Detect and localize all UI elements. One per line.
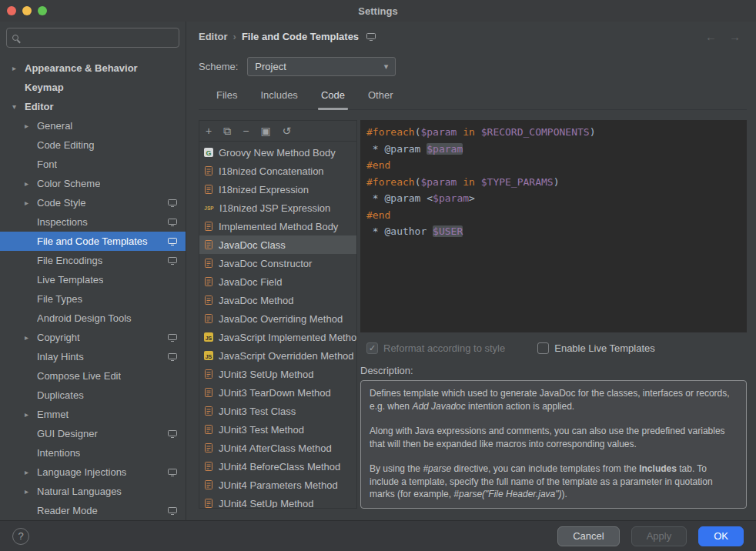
code-line: #end	[366, 157, 741, 174]
breadcrumb-editor[interactable]: Editor	[199, 31, 228, 42]
template-item-i18nized-jsp-expression[interactable]: JSPI18nized JSP Expression	[199, 199, 356, 217]
minimize-button[interactable]	[22, 6, 32, 15]
checkbox-live-templates[interactable]	[537, 342, 549, 354]
sidebar-item-natural-languages[interactable]: ▸Natural Languages	[0, 482, 186, 501]
sidebar-item-color-scheme[interactable]: ▸Color Scheme	[0, 174, 186, 193]
sidebar-item-language-injections[interactable]: ▸Language Injections	[0, 463, 186, 482]
chevron-right-icon[interactable]: ▸	[25, 333, 37, 342]
sidebar-item-compose-live-edit[interactable]: Compose Live Edit	[0, 366, 186, 386]
duplicate-icon[interactable]: ▣	[260, 125, 270, 136]
sidebar-item-file-types[interactable]: File Types	[0, 289, 186, 309]
template-item-junit4-afterclass-method[interactable]: JUnit4 AfterClass Method	[199, 439, 356, 457]
tab-files[interactable]: Files	[205, 89, 249, 109]
sidebar-item-emmet[interactable]: ▸Emmet	[0, 405, 186, 424]
ok-button[interactable]: OK	[698, 526, 744, 546]
template-item-javascript-overridden-method[interactable]: JSJavaScript Overridden Method	[199, 346, 356, 365]
chevron-right-icon[interactable]: ▸	[25, 410, 37, 419]
sidebar-item-android-design-tools[interactable]: Android Design Tools	[0, 309, 186, 328]
sidebar-item-file-encodings[interactable]: File Encodings	[0, 251, 186, 270]
template-item-label: I18nized JSP Expression	[219, 202, 330, 214]
sidebar-item-file-and-code-templates[interactable]: File and Code Templates	[0, 232, 186, 251]
template-editor[interactable]: #foreach($param in $RECORD_COMPONENTS) *…	[360, 120, 747, 332]
forward-arrow-icon[interactable]: →	[729, 30, 741, 43]
svg-text:JSP: JSP	[204, 205, 214, 211]
apply-button[interactable]: Apply	[631, 526, 687, 546]
tab-code[interactable]: Code	[309, 89, 356, 109]
sidebar-item-copyright[interactable]: ▸Copyright	[0, 328, 186, 347]
sidebar-item-keymap[interactable]: Keymap	[0, 78, 186, 97]
tab-includes[interactable]: Includes	[249, 89, 309, 109]
template-item-junit4-parameters-method[interactable]: JUnit4 Parameters Method	[199, 476, 356, 494]
template-item-label: JavaDoc Class	[219, 239, 286, 251]
template-item-junit4-beforeclass-method[interactable]: JUnit4 BeforeClass Method	[199, 457, 356, 476]
sidebar-item-inspections[interactable]: Inspections	[0, 212, 186, 232]
template-item-javadoc-field[interactable]: JavaDoc Field	[199, 272, 356, 291]
sidebar-item-gui-designer[interactable]: GUI Designer	[0, 424, 186, 443]
sidebar-item-duplicates[interactable]: Duplicates	[0, 386, 186, 405]
template-item-junit3-test-class[interactable]: JUnit3 Test Class	[199, 402, 356, 420]
screen-icon	[167, 429, 178, 439]
template-item-label: JavaDoc Field	[219, 276, 282, 288]
description-paragraph: By using the #parse directive, you can i…	[370, 463, 738, 501]
checkbox-reformat[interactable]: ✓	[366, 342, 378, 354]
file-template-icon	[203, 276, 214, 287]
back-arrow-icon[interactable]: ←	[705, 30, 717, 43]
copy-icon[interactable]: ⧉	[223, 125, 231, 136]
scheme-dropdown[interactable]: Project ▾	[247, 57, 396, 76]
sidebar-item-inlay-hints[interactable]: Inlay Hints	[0, 347, 186, 366]
remove-icon[interactable]: −	[243, 125, 249, 136]
tab-other[interactable]: Other	[356, 89, 405, 109]
scheme-value: Project	[255, 61, 286, 72]
reset-icon[interactable]: ↺	[283, 125, 292, 136]
chevron-right-icon[interactable]: ▸	[25, 468, 37, 476]
scheme-row: Scheme: Project ▾	[199, 51, 747, 82]
zoom-button[interactable]	[38, 6, 47, 15]
template-item-i18nized-concatenation[interactable]: I18nized Concatenation	[199, 162, 356, 180]
sidebar-item-label: Code Style	[37, 197, 86, 209]
breadcrumb-separator-icon: ›	[233, 31, 236, 42]
template-item-junit3-test-method[interactable]: JUnit3 Test Method	[199, 420, 356, 439]
template-item-i18nized-expression[interactable]: I18nized Expression	[199, 180, 356, 199]
template-item-label: Groovy New Method Body	[219, 147, 336, 159]
template-item-javadoc-class[interactable]: JavaDoc Class	[199, 235, 356, 254]
sidebar-item-live-templates[interactable]: Live Templates	[0, 270, 186, 289]
template-item-implemented-method-body[interactable]: Implemented Method Body	[199, 217, 356, 235]
template-item-junit3-teardown-method[interactable]: JUnit3 TearDown Method	[199, 383, 356, 402]
chevron-down-icon[interactable]: ▾	[12, 102, 25, 111]
sidebar-item-editor[interactable]: ▾Editor	[0, 97, 186, 116]
settings-window: Settings ▸Appearance & BehaviorKeymap▾Ed…	[0, 0, 756, 551]
template-item-groovy-new-method-body[interactable]: GGroovy New Method Body	[199, 143, 356, 162]
file-template-icon	[203, 369, 214, 379]
sidebar-item-general[interactable]: ▸General	[0, 116, 186, 135]
help-button[interactable]: ?	[12, 528, 29, 545]
sidebar-item-code-editing[interactable]: Code Editing	[0, 135, 186, 155]
sidebar-item-code-style[interactable]: ▸Code Style	[0, 193, 186, 212]
search-input[interactable]	[24, 32, 173, 44]
template-item-junit4-setup-method[interactable]: JUnit4 SetUp Method	[199, 494, 356, 508]
search-box[interactable]	[6, 28, 179, 48]
chevron-right-icon[interactable]: ▸	[25, 487, 37, 496]
sidebar-item-label: Android Design Tools	[37, 312, 132, 324]
file-template-icon	[203, 442, 214, 453]
jsp-icon: JSP	[203, 202, 215, 213]
code-line: #foreach($param in $RECORD_COMPONENTS)	[366, 124, 741, 141]
sidebar-item-appearance-behavior[interactable]: ▸Appearance & Behavior	[0, 58, 186, 78]
template-item-javadoc-constructor[interactable]: JavaDoc Constructor	[199, 254, 356, 272]
code-line: #foreach($param in $TYPE_PARAMS)	[366, 174, 741, 191]
sidebar-item-intentions[interactable]: Intentions	[0, 443, 186, 463]
sidebar-item-label: Inlay Hints	[37, 351, 84, 362]
chevron-right-icon[interactable]: ▸	[25, 179, 37, 188]
sidebar-item-font[interactable]: Font	[0, 155, 186, 174]
sidebar-item-reader-mode[interactable]: Reader Mode	[0, 501, 186, 520]
chevron-right-icon[interactable]: ▸	[25, 122, 37, 130]
close-button[interactable]	[7, 6, 16, 15]
add-icon[interactable]: +	[206, 125, 212, 136]
chevron-right-icon[interactable]: ▸	[25, 199, 37, 207]
template-item-javadoc-overriding-method[interactable]: JavaDoc Overriding Method	[199, 309, 356, 328]
template-item-junit3-setup-method[interactable]: JUnit3 SetUp Method	[199, 365, 356, 383]
template-item-javascript-implemented-method[interactable]: JSJavaScript Implemented Method	[199, 328, 356, 346]
screen-icon	[167, 217, 178, 227]
chevron-right-icon[interactable]: ▸	[12, 64, 25, 72]
template-item-javadoc-method[interactable]: JavaDoc Method	[199, 291, 356, 309]
cancel-button[interactable]: Cancel	[557, 526, 619, 546]
